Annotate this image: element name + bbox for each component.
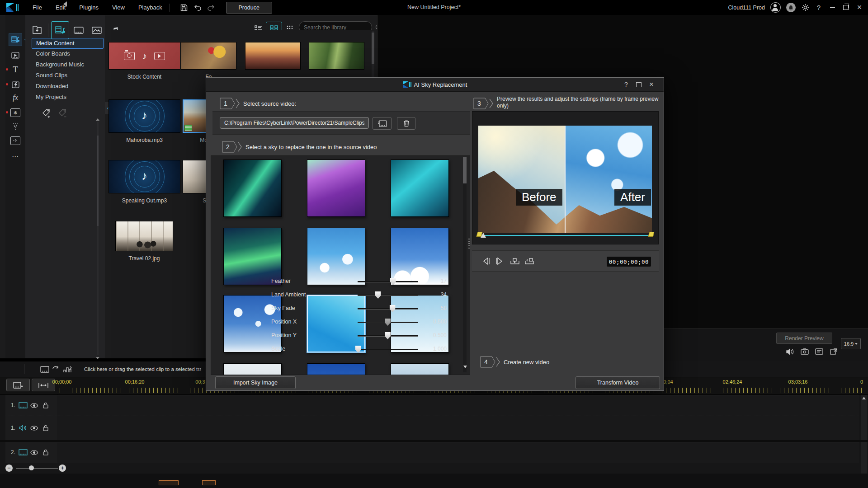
snapshot-icon[interactable] [800,347,810,356]
sidebar-item-more[interactable]: ⋯ [9,150,22,162]
dialog-close-icon[interactable]: × [647,80,656,89]
render-preview-button[interactable]: Render Preview [776,333,832,344]
dialog-titlebar[interactable]: AI Sky Replacement [206,78,664,92]
zoom-in-button[interactable]: + [59,465,66,472]
category-scrollbar-thumb[interactable] [97,136,99,226]
scroll-up-icon[interactable] [96,118,99,121]
timecode-display[interactable]: 00;00;00;00 [607,257,651,267]
clip-fragment[interactable] [202,480,216,485]
sky-option-aurora-green-dark[interactable] [223,160,282,217]
sky-grid-scroll-down-icon[interactable] [463,366,467,368]
preview-image[interactable] [478,126,652,233]
sidebar-item-masks[interactable] [9,135,22,146]
restore-button[interactable] [842,3,850,12]
category-my-projects[interactable]: My Projects [32,92,103,102]
timeline-scroll-left-icon[interactable] [63,1,67,7]
slider-track[interactable] [358,322,418,323]
keyframe-track[interactable] [478,235,652,236]
zoom-slider-track[interactable] [16,468,58,469]
produce-button[interactable]: Produce [226,2,272,14]
zoom-out-button[interactable]: − [5,465,13,472]
transform-video-button[interactable]: Transform Video [576,376,660,389]
dialog-maximize-icon[interactable] [635,80,643,89]
menu-plugins[interactable]: Plugins [79,4,99,11]
save-icon[interactable] [179,3,189,12]
scroll-down-icon[interactable] [96,357,99,359]
track-visibility-eye-icon[interactable] [28,401,40,409]
keyframe-playhead[interactable] [481,233,486,238]
undo-icon[interactable] [193,3,202,12]
sky-option-white-clouds[interactable] [223,363,282,375]
library-item-stock-content[interactable]: ♪ [108,42,180,70]
slider-thumb[interactable] [390,278,396,285]
video-track-icon[interactable] [18,402,28,409]
keyframe-marker-end[interactable] [648,232,655,237]
sidebar-item-particles[interactable]: ✻ [9,107,22,118]
slider-thumb[interactable] [355,346,361,353]
clip-fragment[interactable] [159,480,179,485]
sky-grid-scrollbar-thumb[interactable] [463,157,467,183]
help-icon[interactable]: ? [815,3,823,12]
preview-quality-icon[interactable] [814,347,824,356]
slider-track[interactable] [358,308,418,309]
track-lock-icon[interactable] [40,424,52,432]
before-after-divider[interactable] [565,126,566,233]
slider-track[interactable] [358,335,418,336]
audio-track-icon[interactable] [18,424,28,432]
video-track-icon[interactable] [18,449,28,456]
slider-thumb[interactable] [390,305,396,312]
add-track-button[interactable] [6,379,30,391]
track-content-3[interactable] [57,442,859,463]
sky-option-aurora-purple[interactable] [307,160,365,217]
sidebar-item-titles[interactable]: T [9,64,22,75]
remove-video-button[interactable] [397,117,415,130]
slider-track[interactable] [358,281,418,282]
account-name[interactable]: Cloud111 Prod [728,5,765,11]
category-background-music[interactable]: Background Music [32,60,103,70]
track-lock-icon[interactable] [40,401,52,409]
tracks-scrollbar[interactable] [861,395,867,474]
filter-video-button[interactable] [70,21,88,39]
track-manager-icon[interactable] [40,365,50,374]
sidebar-item-paint[interactable] [9,121,22,132]
insert-project-icon[interactable] [52,365,61,374]
sidebar-item-media[interactable] [9,34,22,46]
add-tag-icon[interactable] [42,108,52,118]
track-content-1[interactable] [57,395,859,416]
volume-icon[interactable] [785,347,795,356]
library-item-travel-02-jpg[interactable] [115,221,173,251]
redo-icon[interactable] [207,3,216,12]
next-frame-button[interactable] [494,255,505,267]
marker-tool-button[interactable] [32,379,55,391]
import-sky-image-button[interactable]: Import Sky Image [215,376,296,389]
settings-gear-icon[interactable] [801,3,809,12]
filter-media-button[interactable] [51,21,69,39]
aspect-ratio-select[interactable]: 16:9 [841,338,861,349]
zoom-slider-knob[interactable] [29,465,34,470]
filter-photo-button[interactable] [88,21,106,39]
previous-frame-button[interactable] [480,255,492,267]
sky-option-aurora-cyan[interactable] [391,160,449,217]
track-visibility-eye-icon[interactable] [28,448,40,456]
category-color-boards[interactable]: Color Boards [32,49,103,59]
range-select-icon[interactable] [62,365,72,374]
track-content-2[interactable] [57,416,859,440]
library-item-mahoroba-mp3[interactable]: ♪ [108,99,180,133]
library-scrollbar-thumb[interactable] [372,33,374,64]
library-item-fo[interactable] [181,42,236,70]
close-button[interactable]: × [855,3,863,12]
menu-playback[interactable]: Playback [138,4,162,11]
account-avatar-icon[interactable] [770,2,781,13]
sidebar-item-overlays[interactable] [9,49,22,61]
next-keyframe-button[interactable] [524,255,535,267]
notification-bell-icon[interactable] [786,3,796,12]
previous-keyframe-button[interactable] [509,255,521,267]
library-item-speaking-out-mp3[interactable]: ♪ [108,160,180,193]
timeline-hint-text[interactable]: Click here or drag the selected clip to … [84,361,201,377]
import-media-button[interactable] [28,21,46,38]
undock-preview-icon[interactable] [829,347,839,356]
slider-thumb[interactable] [375,291,381,299]
category-downloaded[interactable]: Downloaded [32,81,103,91]
slider-thumb[interactable] [385,332,391,339]
library-item-canyon[interactable] [245,42,301,70]
